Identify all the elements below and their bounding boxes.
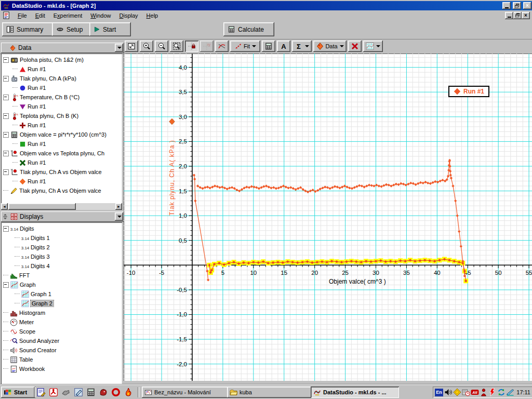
zoom-select-button[interactable] [170, 41, 183, 52]
chart-legend[interactable]: Run #1 [448, 86, 489, 97]
menu-file[interactable]: File [14, 11, 31, 20]
collapse-toggle[interactable] [3, 282, 9, 288]
display-item-digits-1[interactable]: 3.14Digits 1 [1, 233, 122, 243]
graph-display-area[interactable]: -10-55101520253035404550554,03,53,02,52,… [124, 54, 532, 381]
norton-icon[interactable] [453, 388, 461, 396]
display-item-histogram[interactable]: Histogram [1, 308, 122, 317]
document-sys-icon[interactable] [3, 11, 10, 19]
menu-window[interactable]: Window [86, 11, 115, 20]
acrobat-icon[interactable] [49, 388, 58, 397]
calculator-tool-button[interactable] [262, 41, 275, 52]
data-run-1[interactable]: Run #1 [1, 64, 122, 74]
ati-icon[interactable]: Ati [471, 388, 479, 396]
y-axis-label[interactable]: Tlak plynu, Ch A( kPa ) [168, 127, 176, 216]
display-item-digits-2[interactable]: 3.14Digits 2 [1, 243, 122, 252]
display-item-digits[interactable]: 3.14Digits [1, 224, 122, 233]
start-menu-button[interactable]: Start [1, 387, 35, 398]
close-button[interactable]: × [523, 2, 531, 9]
zoom-out-button[interactable] [155, 41, 168, 52]
scroll-right-button[interactable]: ► [115, 203, 122, 210]
x-axis-label[interactable]: Objem valce( cm^3 ) [329, 278, 386, 285]
scale-to-fit-button[interactable] [125, 41, 138, 52]
data-item-6[interactable]: Objem valce vs Teplota plynu, Ch [1, 149, 122, 158]
display-item-workbook[interactable]: Workbook [1, 364, 122, 374]
display-item-sound-analyzer[interactable]: Sound Analyzer [1, 336, 122, 345]
data-item-5[interactable]: Objem valce = pi*r*r*y*100 (cm^3) [1, 130, 122, 139]
smart-tool-button[interactable] [185, 41, 198, 52]
task-button-2[interactable]: kuba [227, 387, 314, 398]
data-item-8[interactable]: Tlak plynu, Ch A vs Objem valce [1, 186, 122, 195]
minimize-button[interactable] [502, 2, 511, 9]
splitter-icon[interactable] [2, 214, 8, 220]
collapse-toggle[interactable] [3, 95, 9, 100]
menu-experiment[interactable]: Experiment [49, 11, 87, 20]
calculate-button[interactable]: Calculate [223, 22, 274, 36]
fit-menu-button[interactable]: Fit [230, 41, 260, 52]
data-run-6[interactable]: Run #1 [1, 158, 122, 167]
restore-button[interactable] [513, 2, 521, 9]
setup-button[interactable]: Setup [52, 22, 95, 36]
data-run-4[interactable]: Run #1 [1, 121, 122, 130]
collapse-toggle[interactable] [3, 226, 9, 232]
powerstrip-icon[interactable] [488, 388, 497, 396]
start-button[interactable]: Start [89, 22, 131, 36]
collapse-toggle[interactable] [3, 76, 9, 82]
data-item-7[interactable]: Tlak plynu, Ch A vs Objem valce [1, 167, 122, 177]
display-item-fft[interactable]: FFT [1, 271, 122, 280]
delete-button[interactable] [348, 41, 362, 52]
pen-icon[interactable] [74, 388, 83, 397]
menu-help[interactable]: Help [142, 11, 163, 20]
data-panel-dropdown[interactable] [115, 44, 123, 52]
dragon-icon[interactable] [99, 388, 108, 397]
bird-icon[interactable] [61, 388, 71, 397]
display-item-digits-4[interactable]: 3.14Digits 4 [1, 261, 122, 271]
displays-panel-dropdown[interactable] [115, 212, 123, 221]
display-item-meter[interactable]: Meter [1, 317, 122, 327]
data-item-3[interactable]: KTDTemperature, Ch B (°C) [1, 92, 122, 102]
flame-icon[interactable] [124, 388, 133, 397]
child-close-button[interactable]: × [522, 12, 530, 19]
child-minimize-button[interactable] [505, 12, 513, 19]
volume-icon[interactable] [444, 388, 453, 396]
display-item-graph-1[interactable]: Graph 1 [1, 289, 122, 299]
display-item-digits-3[interactable]: 3.14Digits 3 [1, 252, 122, 261]
data-run-5[interactable]: Run #1 [1, 139, 122, 149]
notes-icon[interactable] [36, 388, 46, 397]
data-panel-header[interactable]: Data [1, 43, 124, 53]
data-item-2[interactable]: Tlak plynu, Ch A (kPa) [1, 74, 122, 83]
calculator-icon[interactable] [86, 388, 96, 397]
statistics-button[interactable]: Σ [292, 41, 312, 52]
data-run-2[interactable]: Run #1 [1, 83, 122, 92]
data-menu-button[interactable]: Data [313, 41, 347, 52]
opera-icon[interactable] [111, 388, 121, 397]
displays-panel-header[interactable]: Displays [1, 211, 124, 222]
collapse-toggle[interactable] [3, 151, 9, 156]
zoom-in-button[interactable] [140, 41, 153, 52]
data-run-7[interactable]: Run #1 [1, 177, 122, 186]
task-button-3[interactable]: DataStudio - mkl.ds - ... [311, 387, 399, 398]
data-item-4[interactable]: KTDTeplota plynu, Ch B (K) [1, 111, 122, 121]
scroll-left-button[interactable]: ◄ [1, 203, 8, 210]
scroll-thumb[interactable] [8, 203, 76, 210]
data-run-3[interactable]: Run #1 [1, 102, 122, 111]
display-item-graph[interactable]: Graph [1, 280, 122, 289]
chart-canvas[interactable]: -10-55101520253035404550554,03,53,02,52,… [124, 54, 532, 381]
display-item-table[interactable]: Table [1, 355, 122, 364]
task-scheduler-icon[interactable] [462, 388, 470, 396]
display-item-graph-2[interactable]: Graph 2 [1, 299, 122, 308]
sync-icon[interactable] [497, 388, 506, 396]
child-restore-button[interactable] [513, 12, 522, 19]
agent-icon[interactable] [480, 388, 488, 396]
display-item-sound-creator[interactable]: Sound Creator [1, 345, 122, 355]
menu-edit[interactable]: Edit [31, 11, 49, 20]
data-item-1[interactable]: Poloha pistu, Ch 1&2 (m) [1, 55, 122, 64]
collapse-toggle[interactable] [3, 57, 9, 63]
keyboard-layout-indicator[interactable]: En [435, 389, 443, 396]
collapse-toggle[interactable] [3, 113, 9, 119]
summary-button[interactable]: Summary [2, 22, 56, 36]
data-tree-hscrollbar[interactable]: ◄ ► [1, 203, 122, 210]
collapse-toggle[interactable] [3, 132, 9, 138]
text-tool-button[interactable]: A [277, 41, 290, 52]
menu-display[interactable]: Display [115, 11, 142, 20]
drawing-tablet-icon[interactable] [506, 388, 514, 396]
